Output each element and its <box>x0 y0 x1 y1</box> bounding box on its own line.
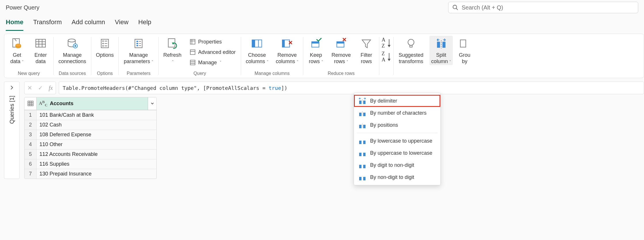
row-number: 2 <box>24 120 37 130</box>
manage-connections-button[interactable]: Manageconnections <box>56 36 88 65</box>
choose-columns-button[interactable]: Choosecolumns ˅ <box>244 36 270 65</box>
keep-rows-icon <box>310 37 322 50</box>
menu-label: By number of characters <box>370 110 427 116</box>
table-row[interactable]: 1101 Bank/Cash at Bank <box>24 110 156 120</box>
sugg-l1: Suggested <box>399 52 423 58</box>
tab-home[interactable]: Home <box>6 17 23 31</box>
filter-rows-l2: rows <box>361 58 372 64</box>
split-icon <box>359 137 366 145</box>
menu-by-positions[interactable]: By positions <box>354 119 440 131</box>
svg-rect-77 <box>363 153 365 156</box>
menu-by-delimiter[interactable]: By delimiter <box>354 95 440 107</box>
formula-accept-button[interactable]: ✓ <box>37 84 44 91</box>
svg-rect-47 <box>337 42 344 44</box>
remove-columns-button[interactable]: Removecolumns ˅ <box>274 36 300 65</box>
cell-value[interactable]: 110 Other <box>37 140 156 149</box>
tab-view[interactable]: View <box>115 17 128 31</box>
group-by-button[interactable]: Grouby <box>457 36 472 65</box>
table-icon[interactable] <box>24 97 37 110</box>
cell-value[interactable]: 130 Prepaid Insurance <box>37 169 156 179</box>
manage-parameters-button[interactable]: Manageparameters ˅ <box>122 36 156 65</box>
formula-input[interactable]: Table.PromoteHeaders(#"Changed column ty… <box>59 82 644 94</box>
svg-rect-16 <box>103 45 104 46</box>
enter-data-button[interactable]: Enterdata <box>31 36 50 65</box>
suggested-transforms-button[interactable]: Suggestedtransforms <box>397 36 425 65</box>
group-label-options: Options <box>97 70 113 77</box>
properties-button[interactable]: Properties <box>187 37 238 46</box>
svg-marker-28 <box>172 43 174 45</box>
svg-rect-41 <box>282 40 285 47</box>
table-row[interactable]: 3108 Deferred Expense <box>24 130 156 139</box>
split-column-button[interactable]: Splitcolumn ˅ <box>429 36 453 65</box>
manage-button[interactable]: Manage ˅ <box>187 58 238 67</box>
queries-panel-collapsed[interactable]: Queries [1] <box>4 82 20 179</box>
cell-value[interactable]: 112 Accounts Receivable <box>37 150 156 159</box>
ribbon: Getdata ˅ Enterdata New query Manageconn… <box>4 34 644 78</box>
menu-digit-nondigit[interactable]: By digit to non-digit <box>354 159 440 171</box>
search-box[interactable] <box>448 2 638 13</box>
svg-rect-65 <box>359 101 361 104</box>
cell-value[interactable]: 101 Bank/Cash at Bank <box>37 110 156 120</box>
svg-rect-75 <box>363 141 365 144</box>
chevron-down-icon: ˅ <box>346 60 348 64</box>
chevron-right-icon <box>10 85 14 90</box>
keep-rows-button[interactable]: Keeprows ˅ <box>306 36 326 65</box>
cell-value[interactable]: 108 Deferred Expense <box>37 130 156 139</box>
search-icon <box>452 4 459 11</box>
column-filter-button[interactable] <box>148 97 156 110</box>
advanced-editor-button[interactable]: Advanced editor <box>187 48 238 56</box>
formula-cancel-button[interactable]: ✕ <box>26 84 33 91</box>
table-row[interactable]: 6116 Supplies <box>24 159 156 169</box>
split-column-icon <box>435 37 447 50</box>
get-data-label-1: Get <box>13 52 21 58</box>
fx-icon[interactable]: fx <box>48 85 54 91</box>
chevron-down-icon: ˅ <box>296 60 298 64</box>
enter-data-icon <box>35 37 47 50</box>
sort-asc-button[interactable]: AZ <box>382 37 391 49</box>
refresh-button[interactable]: Refresh˅ <box>162 36 183 65</box>
search-input[interactable] <box>448 2 638 13</box>
sort-desc-icon: ZA <box>382 51 385 63</box>
tab-add-column[interactable]: Add column <box>72 17 105 31</box>
menu-by-num-chars[interactable]: By number of characters <box>354 107 440 119</box>
svg-rect-80 <box>359 177 361 179</box>
cell-value[interactable]: 102 Cash <box>37 120 156 130</box>
sort-desc-button[interactable]: ZA <box>382 51 391 63</box>
row-number: 5 <box>24 150 37 159</box>
menu-lower-upper[interactable]: By lowercase to uppercase <box>354 135 440 147</box>
data-area: ✕ ✓ fx Table.PromoteHeaders(#"Changed co… <box>20 82 644 179</box>
table-row[interactable]: 4110 Other <box>24 139 156 149</box>
enter-data-label-1: Enter <box>34 52 47 58</box>
options-label: Options <box>96 52 114 58</box>
menu-upper-lower[interactable]: By uppercase to lowercase <box>354 147 440 159</box>
svg-point-0 <box>453 5 457 9</box>
table-row[interactable]: 2102 Cash <box>24 120 156 130</box>
menu-nondigit-digit[interactable]: By non-digit to digit <box>354 171 440 179</box>
filter-rows-button[interactable]: Filterrows <box>357 36 376 65</box>
arrow-down-icon <box>387 52 391 61</box>
chevron-down-icon: ˅ <box>21 60 24 64</box>
row-number: 4 <box>24 140 37 149</box>
column-header-accounts[interactable]: ABC Accounts <box>37 97 148 110</box>
table-row[interactable]: 5112 Accounts Receivable <box>24 149 156 159</box>
svg-rect-5 <box>36 39 46 47</box>
remove-columns-icon <box>281 37 293 50</box>
group-by-icon <box>459 37 471 50</box>
svg-rect-79 <box>363 165 365 168</box>
svg-rect-81 <box>363 177 365 179</box>
group-label-transform <box>434 70 435 77</box>
remove-rows-button[interactable]: Removerows ˅ <box>330 36 353 65</box>
properties-icon <box>190 39 196 45</box>
options-button[interactable]: Options <box>94 36 115 58</box>
table-row[interactable]: 7130 Prepaid Insurance <box>24 169 156 179</box>
row-number: 7 <box>24 169 37 179</box>
tab-transform[interactable]: Transform <box>33 17 62 31</box>
split-l1: Split <box>436 52 446 58</box>
keep-rows-l2: rows <box>309 58 320 64</box>
tab-help[interactable]: Help <box>138 17 151 31</box>
sort-asc-icon: AZ <box>382 37 385 49</box>
groupby-l1: Grou <box>459 52 470 58</box>
cell-value[interactable]: 116 Supplies <box>37 159 156 169</box>
svg-rect-14 <box>103 41 104 42</box>
get-data-button[interactable]: Getdata ˅ <box>7 36 27 65</box>
